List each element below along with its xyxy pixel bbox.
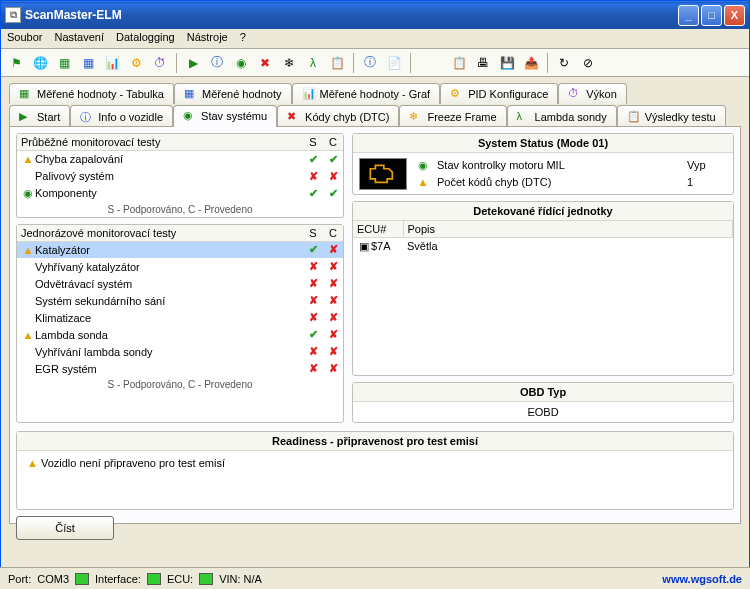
- test-row[interactable]: ▲Lambda sonda✔✘: [17, 326, 343, 343]
- cell-s: ✘: [303, 309, 323, 326]
- continuous-tests-box: Průběžné monitorovací testySC ▲Chyba zap…: [16, 133, 344, 218]
- col-s: S: [303, 134, 323, 151]
- tab-measured-graph[interactable]: 📊Měřené hodnoty - Graf: [292, 83, 441, 104]
- readiness-msg: Vozidlo není připraveno pro test emisí: [41, 457, 225, 469]
- system-status-box: System Status (Mode 01) ◉Stav kontrolky …: [352, 133, 734, 195]
- test-row[interactable]: Palivový systém✘✘: [17, 168, 343, 185]
- toolbar-dtc-icon[interactable]: ✖: [254, 52, 276, 74]
- read-button[interactable]: Číst: [16, 516, 114, 540]
- minimize-button[interactable]: _: [678, 5, 699, 26]
- menu-datalogging[interactable]: Datalogging: [116, 31, 175, 46]
- tab-lambda[interactable]: λLambda sondy: [507, 105, 617, 127]
- menu-nastaveni[interactable]: Nastavení: [54, 31, 104, 46]
- ecu-row[interactable]: ▣$7ASvětla: [353, 238, 733, 255]
- tab-test-results[interactable]: 📋Výsledky testu: [617, 105, 726, 127]
- menu-soubor[interactable]: Soubor: [7, 31, 42, 46]
- cell-c: ✘: [323, 343, 343, 360]
- toolbar-lambda-icon[interactable]: λ: [302, 52, 324, 74]
- toolbar-chart-icon[interactable]: 📊: [101, 52, 123, 74]
- tab-system-status[interactable]: ◉Stav systému: [173, 105, 277, 127]
- test-row[interactable]: ▲Chyba zapalování✔✔: [17, 151, 343, 168]
- cell-c: ✘: [323, 360, 343, 377]
- toolbar-save-icon[interactable]: 💾: [496, 52, 518, 74]
- toolbar-refresh-icon[interactable]: ↻: [553, 52, 575, 74]
- toolbar-info2-icon[interactable]: ⓘ: [359, 52, 381, 74]
- chip-icon: ▣: [357, 240, 371, 253]
- menu-nastroje[interactable]: Nástroje: [187, 31, 228, 46]
- engine-icon: [359, 158, 407, 190]
- toolbar-separator: [547, 53, 548, 73]
- toolbar-info-icon[interactable]: ⓘ: [206, 52, 228, 74]
- dtc-count-value: 1: [687, 176, 727, 188]
- toolbar-status-icon[interactable]: ◉: [230, 52, 252, 74]
- cell-s: ✔: [303, 241, 323, 258]
- toolbar-doc-icon[interactable]: 📄: [383, 52, 405, 74]
- test-row[interactable]: EGR systém✘✘: [17, 360, 343, 377]
- close-button[interactable]: X: [724, 5, 745, 26]
- cell-s: ✔: [303, 151, 323, 168]
- table-icon: ▦: [19, 87, 33, 101]
- status-icon: ◉: [183, 109, 197, 123]
- obd-title: OBD Typ: [353, 383, 733, 402]
- row-icon: ▲: [21, 329, 35, 341]
- ecu-led: [199, 573, 213, 585]
- menu-help[interactable]: ?: [240, 31, 246, 46]
- info-icon: ⓘ: [80, 110, 94, 124]
- ecu-title: Detekované řídící jednotky: [353, 202, 733, 221]
- test-row[interactable]: Odvětrávací systém✘✘: [17, 275, 343, 292]
- mil-label: Stav kontrolky motoru MIL: [437, 159, 681, 172]
- cell-s: ✘: [303, 292, 323, 309]
- warn-icon: ▲: [415, 176, 431, 188]
- test-row[interactable]: Vyhřívaný katalyzátor✘✘: [17, 258, 343, 275]
- toolbar-freeze-icon[interactable]: ❄: [278, 52, 300, 74]
- app-icon: ⧉: [5, 7, 21, 23]
- maximize-button[interactable]: □: [701, 5, 722, 26]
- cell-c: ✔: [323, 185, 343, 202]
- tab-measured[interactable]: ▦Měřené hodnoty: [174, 83, 292, 104]
- status-ecu-label: ECU:: [167, 573, 193, 585]
- tab-performance[interactable]: ⏱Výkon: [558, 83, 627, 104]
- toolbar-connect-icon[interactable]: ⚑: [5, 52, 27, 74]
- iface-led: [147, 573, 161, 585]
- cell-c: ✘: [323, 292, 343, 309]
- titlebar: ⧉ ScanMaster-ELM _ □ X: [1, 1, 749, 29]
- app-window: ⧉ ScanMaster-ELM _ □ X Soubor Nastavení …: [0, 0, 750, 589]
- test-row[interactable]: ▲Katalyzátor✔✘: [17, 241, 343, 258]
- toolbar-print-icon[interactable]: 🖶: [472, 52, 494, 74]
- legend: S - Podporováno, C - Provedeno: [17, 377, 343, 392]
- toolbar: ⚑ 🌐 ▦ ▦ 📊 ⚙ ⏱ ▶ ⓘ ◉ ✖ ❄ λ 📋 ⓘ 📄 📋 🖶 💾 📤 …: [1, 49, 749, 77]
- toolbar-table-icon[interactable]: ▦: [53, 52, 75, 74]
- test-row[interactable]: Klimatizace✘✘: [17, 309, 343, 326]
- test-row[interactable]: Systém sekundárního sání✘✘: [17, 292, 343, 309]
- cell-c: ✘: [323, 275, 343, 292]
- menubar: Soubor Nastavení Datalogging Nástroje ?: [1, 29, 749, 49]
- col-c: C: [323, 134, 343, 151]
- tab-pid-config[interactable]: ⚙PID Konfigurace: [440, 83, 558, 104]
- status-iface-label: Interface:: [95, 573, 141, 585]
- toolbar-copy-icon[interactable]: 📋: [448, 52, 470, 74]
- cell-c: ✘: [323, 258, 343, 275]
- col-ecu: ECU#: [353, 221, 403, 238]
- toolbar-separator: [353, 53, 354, 73]
- tab-freeze-frame[interactable]: ❄Freeze Frame: [399, 105, 506, 127]
- readiness-box: Readiness - připravenost pro test emisí …: [16, 431, 734, 510]
- toolbar-test-icon[interactable]: 📋: [326, 52, 348, 74]
- toolbar-grid-icon[interactable]: ▦: [77, 52, 99, 74]
- toolbar-export-icon[interactable]: 📤: [520, 52, 542, 74]
- tab-dtc[interactable]: ✖Kódy chyb (DTC): [277, 105, 399, 127]
- test-row[interactable]: ◉Komponenty✔✔: [17, 185, 343, 202]
- toolbar-globe-icon[interactable]: 🌐: [29, 52, 51, 74]
- tab-start[interactable]: ▶Start: [9, 105, 70, 127]
- ecu-box: Detekované řídící jednotky ECU#Popis ▣$7…: [352, 201, 734, 376]
- toolbar-play-icon[interactable]: ▶: [182, 52, 204, 74]
- test-row[interactable]: Vyhřívání lambda sondy✘✘: [17, 343, 343, 360]
- tab-vehicle-info[interactable]: ⓘInfo o vozidle: [70, 105, 173, 127]
- toolbar-stop-icon[interactable]: ⊘: [577, 52, 599, 74]
- tab-measured-table[interactable]: ▦Měřené hodnoty - Tabulka: [9, 83, 174, 104]
- vendor-link[interactable]: www.wgsoft.de: [662, 573, 742, 585]
- toolbar-settings-icon[interactable]: ⚙: [125, 52, 147, 74]
- chart-icon: 📊: [302, 87, 316, 101]
- col-c: C: [323, 225, 343, 242]
- toolbar-gauge-icon[interactable]: ⏱: [149, 52, 171, 74]
- statusbar: Port: COM3 Interface: ECU: VIN: N/A www.…: [0, 567, 750, 589]
